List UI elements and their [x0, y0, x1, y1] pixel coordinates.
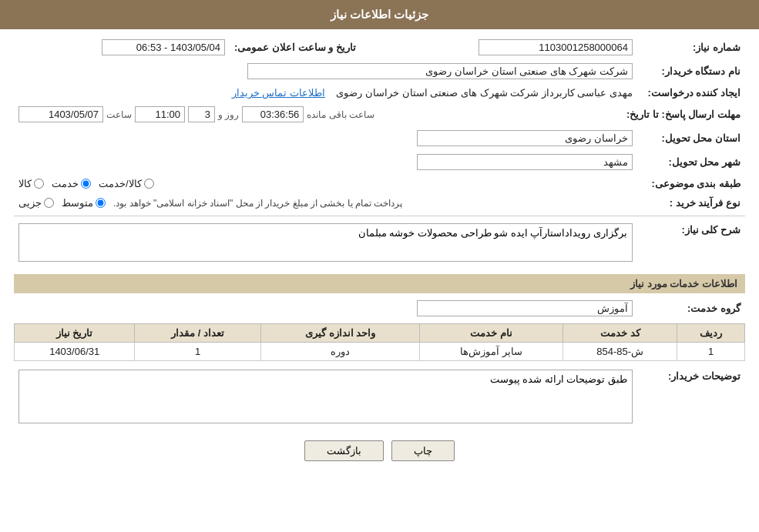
table-cell: دوره	[260, 343, 419, 361]
sharhKoli-textarea[interactable]	[18, 223, 633, 262]
shahr-label: شهر محل تحویل:	[637, 152, 745, 172]
sharhKoli-label: شرح کلی نیاز:	[637, 221, 745, 266]
naveFarayand-jozii-item: جزیی	[18, 197, 54, 209]
naveFarayand-table: نوع فرآیند خرید : جزیی متوسط پرداخت تمام…	[14, 195, 745, 211]
col-header-tedad: تعداد / مقدار	[135, 324, 261, 343]
col-header-vahid: واحد اندازه گیری	[260, 324, 419, 343]
services-table: ردیف کد خدمت نام خدمت واحد اندازه گیری ت…	[14, 323, 745, 361]
mohlat-label: مهلت ارسال پاسخ: تا تاریخ:	[622, 104, 745, 125]
tabaqe-kalakhedmat-item: کالا/خدمت	[99, 178, 154, 189]
naveFarayand-jozii-label: جزیی	[18, 197, 42, 209]
divider-1	[14, 216, 745, 216]
mohlat-values: ساعت روز و ساعت باقی مانده	[14, 104, 622, 125]
tawzihat-label: توضیحات خریدار:	[637, 367, 745, 428]
col-header-nam: نام خدمت	[420, 324, 563, 343]
table-cell: 1403/06/31	[15, 343, 135, 361]
tabaqe-table: طبقه بندی موضوعی: کالا خدمت کالا/خدمت	[14, 176, 745, 192]
page-title: جزئیات اطلاعات نیاز	[331, 8, 428, 21]
sharhKoli-value	[14, 221, 637, 266]
naveFarayand-motavasset-label: متوسط	[62, 197, 93, 209]
table-cell: سایر آموزش‌ها	[420, 343, 563, 361]
mohlat-table: مهلت ارسال پاسخ: تا تاریخ: ساعت روز و سا…	[14, 104, 745, 125]
naveFarayand-motavasset-radio[interactable]	[96, 198, 106, 208]
table-cell: 1	[677, 343, 745, 361]
ostan-label: استان محل تحویل:	[637, 128, 745, 149]
khadamat-section-title: اطلاعات خدمات مورد نیاز	[14, 274, 745, 293]
naveFarayand-jozii-radio[interactable]	[44, 198, 54, 208]
naveFarayand-label: نوع فرآیند خرید :	[637, 195, 745, 211]
ijadKonande-link[interactable]: اطلاعات تماس خریدار	[232, 87, 325, 99]
tabaqe-kalakhedmat-label: کالا/خدمت	[99, 178, 142, 189]
tawzihat-value	[14, 367, 637, 428]
namDastgah-value	[14, 61, 637, 82]
tabaqe-label: طبقه بندی موضوعی:	[637, 176, 745, 192]
mohlat-saat-input[interactable]	[135, 106, 185, 122]
tarikhoSaat-value	[14, 37, 230, 58]
chap-button[interactable]: چاپ	[391, 440, 455, 461]
ijadKonande-text: مهدی عباسی کاربرداز شرکت شهرک های صنعتی …	[336, 87, 633, 99]
ijadKonande-value: مهدی عباسی کاربرداز شرکت شهرک های صنعتی …	[14, 85, 637, 101]
shahr-input[interactable]	[417, 154, 633, 170]
main-content: شماره نیاز: تاریخ و ساعت اعلان عمومی: نا…	[0, 29, 759, 477]
mohlat-remain-input[interactable]	[242, 106, 304, 122]
naveFarayand-note: پرداخت تمام یا بخشی از مبلغ خریدار از مح…	[113, 198, 402, 209]
tabaqe-khedmat-radio[interactable]	[81, 179, 91, 189]
mohlat-saat-label: ساعت	[106, 109, 132, 120]
shomareNiaz-label: شماره نیاز:	[637, 37, 745, 58]
col-header-kod: کد خدمت	[563, 324, 677, 343]
tabaqe-kala-item: کالا	[18, 178, 44, 189]
mohlat-roz-label: روز و	[218, 109, 239, 120]
tabaqe-khedmat-item: خدمت	[52, 178, 91, 189]
col-header-tarikh: تاریخ نیاز	[15, 324, 135, 343]
naveFarayand-motavasset-item: متوسط	[62, 197, 106, 209]
tabaqe-kala-label: کالا	[18, 178, 32, 189]
tabaqe-options: کالا خدمت کالا/خدمت	[14, 176, 637, 192]
sharhKoli-table: شرح کلی نیاز:	[14, 221, 745, 266]
naveFarayand-value: جزیی متوسط پرداخت تمام یا بخشی از مبلغ خ…	[14, 195, 637, 211]
ostan-table: استان محل تحویل:	[14, 128, 745, 149]
namDastgah-table: نام دستگاه خریدار:	[14, 61, 745, 82]
ostan-input[interactable]	[417, 130, 633, 146]
grohe-label: گروه خدمت:	[637, 298, 745, 319]
page-header: جزئیات اطلاعات نیاز	[0, 0, 759, 29]
table-cell: ش-85-854	[563, 343, 677, 361]
tawzihat-table: توضیحات خریدار:	[14, 367, 745, 428]
mohlat-roz-input[interactable]	[188, 106, 215, 122]
shomareNiaz-value	[371, 37, 637, 58]
grohe-value	[14, 298, 637, 319]
shomareNiaz-input[interactable]	[479, 39, 633, 55]
namDastgah-label: نام دستگاه خریدار:	[637, 61, 745, 82]
btn-row: چاپ بازگشت	[14, 440, 745, 461]
col-header-radif: ردیف	[677, 324, 745, 343]
shahr-value	[14, 152, 637, 172]
ijadKonande-table: ایجاد کننده درخواست: مهدی عباسی کاربرداز…	[14, 85, 745, 101]
table-cell: 1	[135, 343, 261, 361]
tarikhoSaat-label: تاریخ و ساعت اعلان عمومی:	[230, 37, 371, 58]
tabaqe-kala-radio[interactable]	[34, 179, 44, 189]
namDastgah-input[interactable]	[247, 63, 633, 79]
ijadKonande-label: ایجاد کننده درخواست:	[637, 85, 745, 101]
tabaqe-khedmat-label: خدمت	[52, 178, 79, 189]
ostan-value	[14, 128, 637, 149]
page-wrapper: جزئیات اطلاعات نیاز شماره نیاز: تاریخ و …	[0, 0, 759, 532]
grohe-table: گروه خدمت:	[14, 298, 745, 319]
tarikhoSaat-input[interactable]	[102, 39, 225, 55]
grohe-input[interactable]	[417, 300, 633, 316]
tawzihat-textarea[interactable]	[18, 370, 633, 423]
top-info-table: شماره نیاز: تاریخ و ساعت اعلان عمومی:	[14, 37, 745, 58]
mohlat-date-input[interactable]	[18, 106, 103, 122]
shahr-table: شهر محل تحویل:	[14, 152, 745, 172]
table-row: 1ش-85-854سایر آموزش‌هادوره11403/06/31	[15, 343, 745, 361]
mohlat-remain-label: ساعت باقی مانده	[307, 109, 374, 120]
bazgasht-button[interactable]: بازگشت	[304, 440, 384, 461]
tabaqe-kalakhedmat-radio[interactable]	[144, 179, 154, 189]
